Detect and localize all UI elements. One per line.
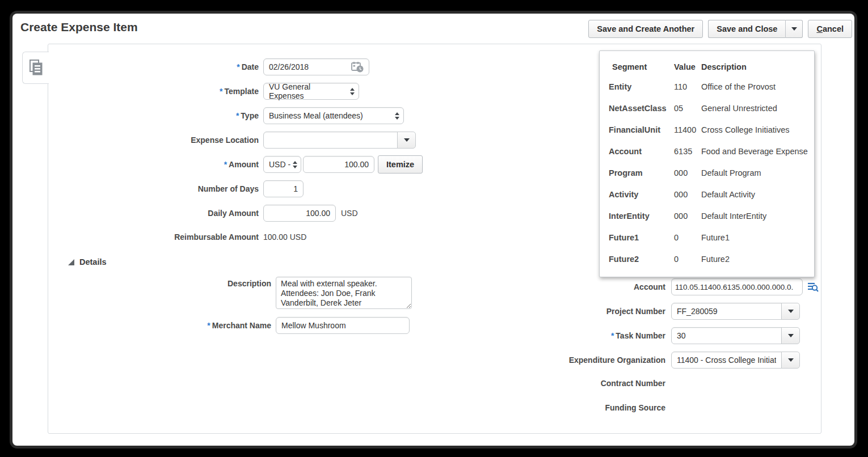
number-of-days-label: Number of Days — [48, 184, 259, 194]
required-marker: * — [224, 160, 227, 169]
segments-header-row: Segment Value Description — [609, 58, 808, 76]
toolbar: Save and Create Another Save and Close C… — [588, 20, 852, 38]
value-column-header: Value — [674, 62, 701, 71]
segment-column-header: Segment — [609, 62, 674, 71]
reimbursable-amount-value: 100.00 USD — [263, 232, 306, 242]
chevron-down-icon — [788, 358, 794, 362]
template-row: *Template VU General Expenses — [48, 83, 359, 100]
account-label: Account — [48, 282, 665, 292]
task-number-input[interactable] — [671, 327, 782, 344]
type-select[interactable]: Business Meal (attendees) — [263, 107, 404, 124]
account-input[interactable] — [671, 278, 803, 295]
chevron-down-icon — [791, 27, 797, 31]
currency-select[interactable]: USD - — [263, 156, 301, 173]
template-value: VU General Expenses — [269, 82, 347, 100]
segment-row: Future1 0 Future1 — [609, 227, 808, 248]
number-of-days-input[interactable] — [263, 180, 304, 197]
chevron-down-icon — [788, 334, 794, 337]
daily-amount-input[interactable] — [263, 205, 336, 222]
expenditure-organization-input[interactable] — [671, 352, 782, 369]
date-input[interactable] — [264, 60, 351, 74]
daily-amount-label: Daily Amount — [48, 209, 259, 218]
document-copy-icon — [28, 59, 44, 77]
project-number-label: Project Number — [48, 307, 665, 316]
number-of-days-row: Number of Days — [48, 180, 304, 197]
expense-form-panel: *Date — [48, 44, 821, 434]
details-header-label: Details — [79, 257, 107, 266]
save-and-close-split-button: Save and Close — [708, 20, 803, 38]
segment-row: Entity 110 Office of the Provost — [609, 76, 808, 98]
segment-row: Program 000 Default Program — [609, 162, 808, 184]
daily-amount-currency-suffix: USD — [341, 209, 358, 218]
required-marker: * — [237, 62, 239, 71]
segment-row: Account 6135 Food and Beverage Expense — [609, 141, 808, 162]
date-label: *Date — [48, 62, 259, 72]
required-marker: * — [611, 331, 614, 340]
required-marker: * — [236, 111, 239, 120]
expense-location-input[interactable] — [263, 132, 398, 149]
spinner-icon — [350, 88, 355, 95]
page-title: Create Expense Item — [20, 20, 138, 34]
segment-row: FinancialUnit 11400 Cross College Initia… — [609, 119, 808, 141]
currency-value: USD - — [269, 160, 290, 169]
funding-source-label: Funding Source — [48, 403, 665, 413]
reimbursable-amount-row: Reimbursable Amount 100.00 USD — [48, 228, 306, 246]
account-row: Account — [48, 278, 819, 295]
task-number-label: *Task Number — [48, 331, 665, 341]
template-select[interactable]: VU General Expenses — [263, 83, 359, 100]
segment-row: InterEntity 000 Default InterEntity — [609, 205, 808, 227]
details-section-header[interactable]: Details — [68, 256, 107, 268]
required-marker: * — [220, 87, 222, 96]
cancel-label-initial: C — [816, 24, 822, 33]
date-field — [263, 58, 369, 75]
type-row: *Type Business Meal (attendees) — [48, 107, 404, 124]
date-row: *Date — [48, 58, 369, 75]
type-value: Business Meal (attendees) — [269, 111, 363, 120]
description-column-header: Description — [701, 62, 808, 71]
expense-location-dropdown-button[interactable] — [397, 132, 416, 149]
expenditure-organization-row: Expenditure Organization — [48, 352, 800, 369]
expense-location-row: Expense Location — [48, 132, 416, 149]
chevron-down-icon — [404, 138, 410, 142]
save-and-create-another-button[interactable]: Save and Create Another — [588, 20, 703, 38]
expenditure-organization-label: Expenditure Organization — [48, 356, 665, 365]
reimbursable-amount-label: Reimbursable Amount — [48, 232, 259, 242]
amount-row: *Amount USD - Itemize — [48, 156, 423, 173]
project-number-row: Project Number — [48, 303, 800, 320]
save-and-close-menu-button[interactable] — [785, 20, 803, 38]
chevron-down-icon — [788, 310, 794, 313]
account-lookup-icon[interactable] — [807, 281, 819, 293]
amount-label: *Amount — [48, 160, 259, 170]
expense-location-label: Expense Location — [48, 136, 259, 145]
cancel-button[interactable]: Cancel — [808, 20, 852, 38]
disclosure-triangle-icon — [68, 259, 75, 266]
create-expense-item-dialog: Create Expense Item Save and Create Anot… — [12, 14, 854, 446]
calendar-clock-icon[interactable] — [351, 61, 365, 74]
type-label: *Type — [48, 111, 259, 121]
segment-row: NetAssetClass 05 General Unrestricted — [609, 98, 808, 119]
spinner-icon — [395, 112, 399, 120]
project-number-input[interactable] — [671, 303, 782, 320]
expense-item-tab[interactable] — [22, 52, 49, 84]
segment-row: Future2 0 Future2 — [609, 248, 808, 270]
itemize-button[interactable]: Itemize — [378, 155, 423, 174]
cancel-label-rest: ancel — [823, 24, 844, 33]
amount-input[interactable] — [303, 156, 374, 173]
save-and-close-button[interactable]: Save and Close — [708, 20, 785, 38]
template-label: *Template — [48, 87, 259, 96]
project-number-dropdown-button[interactable] — [781, 303, 800, 320]
daily-amount-row: Daily Amount USD — [48, 205, 358, 222]
contract-number-row: Contract Number — [48, 375, 665, 392]
task-number-dropdown-button[interactable] — [781, 327, 800, 344]
funding-source-row: Funding Source — [48, 399, 665, 416]
account-segments-popup: Segment Value Description Entity 110 Off… — [599, 50, 815, 277]
contract-number-label: Contract Number — [48, 379, 665, 388]
segment-row: Activity 000 Default Activity — [609, 184, 808, 205]
expenditure-organization-dropdown-button[interactable] — [781, 352, 800, 369]
task-number-row: *Task Number — [48, 327, 800, 344]
spinner-icon — [293, 161, 297, 168]
